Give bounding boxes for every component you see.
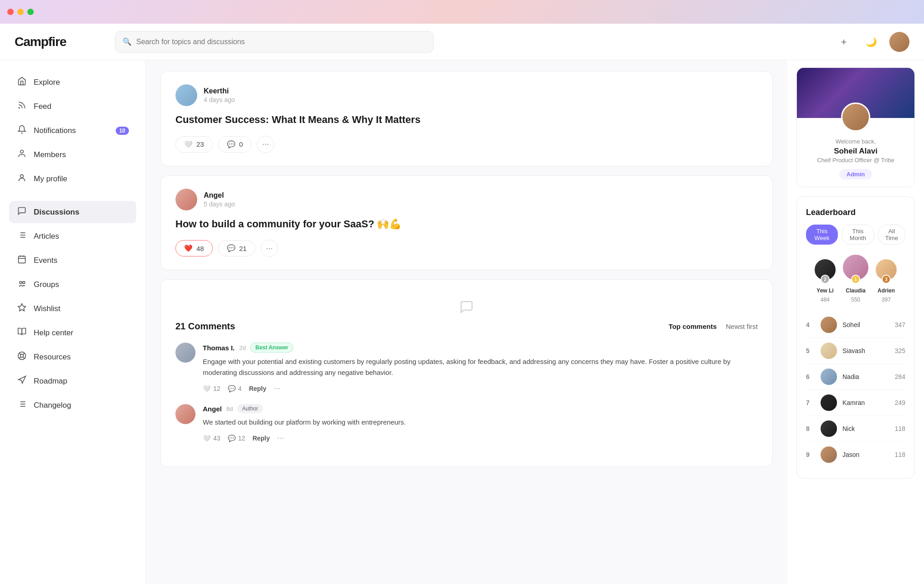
comment-content-1: Thomas I. 2d Best Answer Engage with you…	[203, 343, 758, 393]
search-input[interactable]	[136, 38, 426, 46]
sidebar-item-groups[interactable]: Groups	[9, 273, 136, 296]
lb-name-jason: Jason	[842, 451, 889, 458]
post-author-avatar-1	[175, 84, 197, 106]
comment-like-button-2[interactable]: 🤍 43	[203, 435, 221, 442]
feed-icon	[16, 101, 27, 112]
post-header-1: Keerthi 4 days ago	[175, 84, 758, 106]
leaderboard-card: Leaderboard This Week This Month All Tim…	[796, 196, 915, 479]
lb-row-6: 6 Nadia 284	[806, 364, 905, 390]
profile-icon	[16, 173, 27, 184]
post-header-2: Angel 5 days ago	[175, 189, 758, 210]
lb-score-jason: 118	[895, 451, 905, 458]
sidebar-item-roadmap[interactable]: Roadmap	[9, 370, 136, 392]
search-bar[interactable]: 🔍	[115, 31, 434, 53]
profile-avatar-wrap	[841, 102, 870, 132]
post-author-avatar-2	[175, 189, 197, 210]
comment-heart-icon-2: 🤍	[203, 435, 210, 442]
comment-reply-count-1[interactable]: 💬 4	[228, 385, 242, 392]
comment-text-2: We started out building our platform by …	[203, 417, 758, 428]
like-button-1[interactable]: 🤍 23	[175, 136, 213, 153]
tab-all-time[interactable]: All Time	[878, 225, 905, 245]
sidebar-item-myprofile[interactable]: My profile	[9, 168, 136, 190]
sort-newest-first[interactable]: Newst first	[726, 323, 758, 330]
reply-button-1[interactable]: Reply	[249, 385, 266, 392]
maximize-button[interactable]	[27, 9, 34, 15]
svg-point-1	[21, 150, 24, 154]
profile-job-title: Cheif Product Officer @ Tribe	[806, 157, 905, 164]
header-actions: ＋ 🌙	[835, 32, 909, 52]
post-actions-1: 🤍 23 💬 0 ···	[175, 136, 758, 153]
comment-button-1[interactable]: 💬 0	[218, 136, 252, 153]
roadmap-icon	[16, 375, 27, 387]
close-button[interactable]	[7, 9, 14, 15]
tab-this-month[interactable]: This Month	[842, 225, 874, 245]
add-button[interactable]: ＋	[835, 33, 853, 51]
comment-avatar-2	[175, 404, 195, 424]
top3-score-adrien: 397	[882, 297, 891, 303]
header: Campfire 🔍 ＋ 🌙	[0, 24, 924, 60]
like-button-2[interactable]: ❤️ 48	[175, 240, 213, 256]
comment-like-count-1: 12	[213, 385, 221, 392]
comment-more-button-2[interactable]: ···	[277, 433, 284, 443]
speech-bubble-icon	[459, 300, 474, 318]
sidebar-item-resources[interactable]: Resources	[9, 346, 136, 368]
sidebar-label-members: Members	[34, 150, 66, 159]
lb-score-siavash: 325	[895, 347, 905, 354]
rank-badge-3: 3	[882, 275, 891, 284]
more-button-1[interactable]: ···	[257, 136, 274, 153]
sidebar-item-wishlist[interactable]: Wishlist	[9, 297, 136, 320]
post-title-2: How to build a community for your SaaS? …	[175, 218, 758, 231]
lb-rank-6: 6	[806, 373, 815, 380]
svg-line-19	[23, 357, 25, 359]
sidebar-item-discussions[interactable]: Discussions	[9, 201, 136, 223]
svg-point-13	[20, 282, 22, 284]
comments-section: 21 Comments Top comments Newst first Tho…	[160, 279, 773, 467]
minimize-button[interactable]	[17, 9, 24, 15]
sidebar-item-notifications[interactable]: Notifications 10	[9, 119, 136, 142]
sidebar-item-events[interactable]: Events	[9, 249, 136, 272]
comment-reply-count-2[interactable]: 💬 12	[228, 435, 246, 442]
comments-title: 21 Comments	[175, 321, 235, 332]
leaderboard-tabs: This Week This Month All Time	[806, 225, 905, 245]
sidebar-label-discussions: Discussions	[34, 208, 79, 217]
top3-name-adrien: Adrien	[878, 287, 895, 294]
right-sidebar: Welcome back, Soheil Alavi Cheif Product…	[787, 60, 924, 584]
sort-top-comments[interactable]: Top comments	[668, 323, 717, 330]
comment-meta-1: Thomas I. 2d Best Answer	[203, 343, 758, 353]
comment-more-button-1[interactable]: ···	[274, 384, 281, 393]
dark-mode-button[interactable]: 🌙	[862, 33, 880, 51]
comment-button-2[interactable]: 💬 21	[218, 240, 256, 256]
comment-avatar-1	[175, 343, 195, 363]
sidebar-item-members[interactable]: Members	[9, 143, 136, 166]
top3-rank1: 1 Claudia 550	[842, 254, 869, 303]
more-button-2[interactable]: ···	[261, 240, 278, 257]
comment-replies-count-1: 4	[238, 385, 242, 392]
best-answer-badge: Best Answer	[250, 343, 293, 353]
lb-avatar-siavash	[821, 343, 837, 359]
profile-avatar[interactable]	[841, 102, 870, 132]
search-icon: 🔍	[123, 37, 132, 46]
lb-score-nick: 118	[895, 425, 905, 432]
tab-this-week[interactable]: This Week	[806, 225, 838, 245]
svg-marker-15	[18, 304, 26, 311]
discussions-icon	[16, 206, 27, 218]
comment-replies-count-2: 12	[238, 435, 246, 442]
lb-score-soheil: 347	[895, 321, 905, 328]
comment-like-button-1[interactable]: 🤍 12	[203, 385, 221, 392]
comment-time-1: 2d	[239, 344, 246, 351]
top3-avatar-wrap-3: 3	[875, 258, 898, 281]
comment-time-2: 8d	[226, 405, 233, 412]
sidebar-label-events: Events	[34, 256, 57, 265]
reply-button-2[interactable]: Reply	[252, 435, 270, 442]
app-title: Campfire	[15, 35, 66, 49]
sidebar-item-explore[interactable]: Explore	[9, 71, 136, 93]
sidebar-item-feed[interactable]: Feed	[9, 95, 136, 118]
sidebar-item-helpcenter[interactable]: Help center	[9, 322, 136, 344]
sidebar-item-changelog[interactable]: Changelog	[9, 394, 136, 416]
comment-author-1: Thomas I.	[203, 344, 235, 352]
user-avatar[interactable]	[889, 32, 909, 52]
sidebar-item-articles[interactable]: Articles	[9, 225, 136, 247]
leaderboard-top3: 2 Yew Li 484 1 Claudia 550	[806, 254, 905, 303]
sidebar-label-notifications: Notifications	[34, 126, 76, 135]
lb-avatar-kamran	[821, 394, 837, 411]
